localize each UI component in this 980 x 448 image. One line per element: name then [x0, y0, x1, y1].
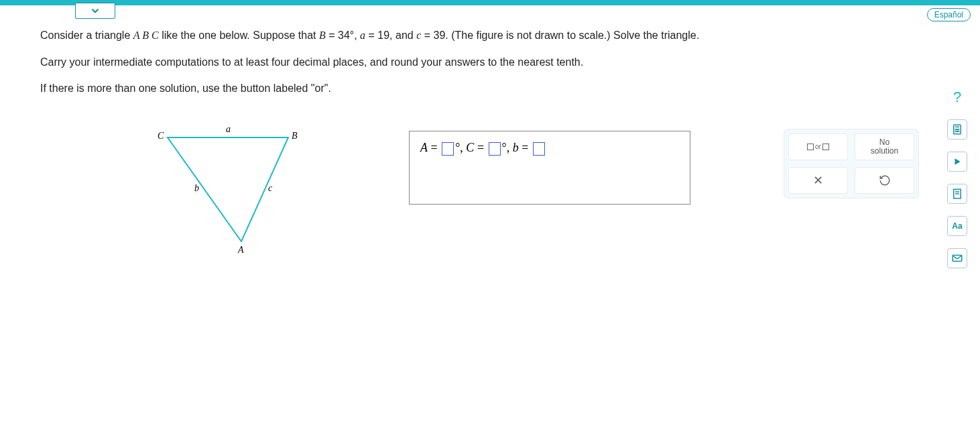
right-rail: ? Aa [944, 87, 971, 268]
text: , [460, 141, 466, 154]
problem-line-1: Consider a triangle A B C like the one b… [40, 27, 926, 44]
svg-point-5 [959, 129, 959, 130]
play-icon [953, 157, 962, 166]
text-size-button[interactable]: Aa [947, 216, 967, 236]
text: like the one below. Suppose that [159, 30, 319, 41]
mail-icon [951, 252, 963, 264]
vertex-b-label: B [292, 131, 298, 142]
reset-icon [879, 174, 891, 186]
problem-line-3: If there is more than one solution, use … [40, 80, 926, 97]
text: a [360, 30, 365, 41]
answer-box: A = °, C = °, b = [409, 131, 690, 205]
text: ° [502, 141, 507, 154]
side-a-label: a [226, 124, 231, 135]
text: = 34°, [326, 30, 360, 41]
side-c-label: c [268, 183, 272, 194]
no-solution-button[interactable]: No solution [855, 133, 914, 160]
label-c: C [466, 141, 474, 154]
or-icon: or [807, 143, 829, 150]
problem-text: Consider a triangle A B C like the one b… [40, 27, 926, 97]
text: A B C [133, 30, 159, 41]
side-b-label: b [194, 183, 199, 194]
or-button[interactable]: or [788, 133, 848, 160]
svg-point-8 [959, 131, 959, 132]
chevron-down-icon [89, 5, 101, 17]
content-area: Consider a triangle A B C like the one b… [40, 27, 926, 265]
text: No [871, 138, 898, 147]
input-c[interactable] [489, 142, 501, 156]
text-size-icon: Aa [952, 221, 962, 231]
text: = [519, 141, 532, 154]
message-button[interactable] [947, 248, 967, 268]
text: = 39. [421, 30, 451, 41]
calculator-icon [951, 123, 963, 135]
vertex-c-label: C [158, 131, 164, 142]
close-icon: ✕ [813, 173, 823, 188]
text: = 19, and [365, 30, 416, 41]
svg-marker-9 [955, 158, 961, 164]
video-button[interactable] [947, 152, 967, 172]
notes-icon [951, 188, 963, 200]
text: , [507, 141, 513, 154]
text: (The figure is not drawn to scale.) Solv… [451, 30, 699, 41]
svg-point-3 [955, 129, 956, 130]
triangle-figure: C B A a b c [154, 124, 328, 265]
help-icon: ? [953, 89, 961, 106]
section-dropdown[interactable] [75, 3, 115, 19]
svg-point-7 [957, 131, 958, 132]
svg-point-6 [955, 131, 956, 132]
text: = [428, 141, 440, 154]
vertex-a-label: A [238, 245, 244, 256]
label-b: b [513, 141, 519, 154]
language-button[interactable]: Español [927, 8, 971, 21]
tool-panel: or No solution ✕ [784, 129, 918, 198]
top-accent-bar [0, 0, 980, 5]
svg-point-4 [957, 129, 958, 130]
input-b[interactable] [533, 142, 545, 156]
text: B [319, 30, 326, 41]
text: solution [871, 147, 898, 156]
label-a: A [420, 141, 428, 154]
work-area: C B A a b c A = °, C = °, b = or No solu… [40, 124, 926, 265]
input-a[interactable] [442, 142, 454, 156]
clear-button[interactable]: ✕ [788, 167, 848, 194]
text: = [474, 141, 487, 154]
problem-line-2: Carry your intermediate computations to … [40, 54, 926, 71]
reset-button[interactable] [855, 167, 914, 194]
text: Consider a triangle [40, 30, 133, 41]
help-button[interactable]: ? [947, 87, 967, 107]
calculator-button[interactable] [947, 119, 967, 139]
notes-button[interactable] [947, 184, 967, 204]
